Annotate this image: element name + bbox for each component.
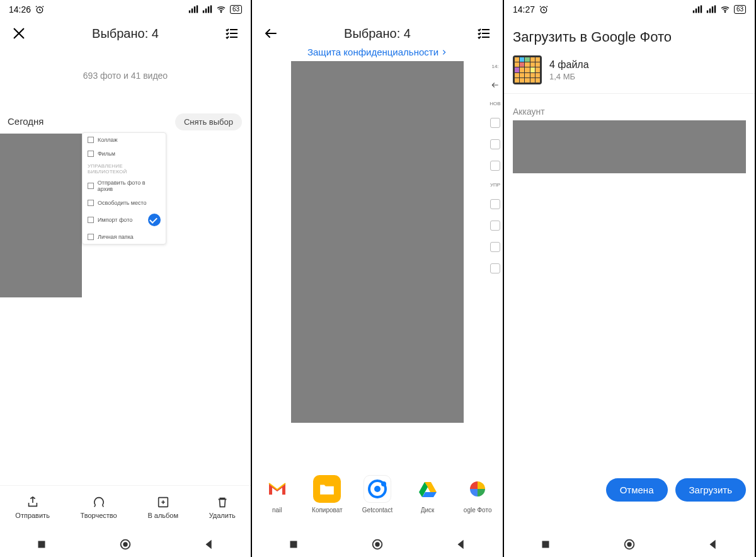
drawer-item-icon[interactable] [490,118,500,128]
svg-point-7 [374,486,381,492]
recent-apps-button[interactable] [287,537,301,551]
home-button[interactable] [370,537,384,551]
upload-info: 4 файла 1,4 МБ [549,59,589,81]
menu-archive[interactable]: Отправить фото в архив [83,176,166,196]
signal-icon-2 [202,4,212,14]
checklist-icon [224,26,239,41]
photo-preview[interactable] [291,61,464,423]
svg-point-13 [724,11,725,12]
menu-movie[interactable]: Фильм [83,147,166,161]
share-getcontact[interactable]: Getcontact [357,475,398,514]
menu-locked[interactable]: Личная папка [83,230,166,244]
share-targets: nail Копироват Getcontact Диск ogle Фото [252,471,503,532]
privacy-link[interactable]: Защита конфиденциальности [252,47,503,57]
status-time: 14:27 [513,4,535,14]
status-bar: 14:26 63 [0,0,251,19]
svg-point-11 [375,542,379,546]
checklist-icon [476,26,491,41]
header-title: Выбрано: 4 [282,26,472,41]
alarm-icon [539,4,549,14]
menu-import[interactable]: Импорт фото [83,210,166,230]
lock-icon [88,234,94,240]
menu-label: Личная папка [98,234,134,240]
phone-screen-2: Выбрано: 4 Защита конфиденциальности 14:… [252,0,504,557]
account-label: Аккаунт [504,94,755,120]
share-label: Копироват [312,507,343,514]
drawer-item-icon[interactable] [490,242,500,252]
close-button[interactable] [8,22,30,45]
phone-screen-3: 14:27 63 Загрузить в Google Фото 4 файла… [504,0,756,557]
home-button[interactable] [118,537,132,551]
action-label: Творчество [81,512,117,519]
cancel-button[interactable]: Отмена [606,478,668,502]
recent-apps-button[interactable] [35,537,49,551]
drawer-item-icon[interactable] [490,139,500,149]
menu-section: Управление библиотекой [83,161,166,176]
delete-button[interactable]: Удалить [209,495,236,519]
share-label: nail [272,507,282,514]
signal-icon-2 [706,4,716,14]
phone-screen-1: 14:26 63 Выбрано: 4 693 фото и 41 видео … [0,0,252,557]
bottom-action-bar: Отправить Творчество В альбом Удалить [0,485,251,532]
back-button[interactable] [202,537,216,551]
recent-apps-button[interactable] [539,537,553,551]
create-button[interactable]: Творчество [81,495,117,519]
upload-header: Загрузить в Google Фото [504,19,755,52]
share-gmail[interactable]: nail [256,475,298,514]
select-all-button[interactable] [472,22,495,45]
signal-icon [692,4,702,14]
account-selector[interactable] [513,120,746,173]
overflow-menu: Коллаж Фильм Управление библиотекой Отпр… [82,132,166,244]
album-button[interactable]: В альбом [147,495,178,519]
share-label: Getcontact [362,507,392,514]
drawer-label-manage: УПР [490,182,500,188]
svg-rect-9 [290,541,297,548]
photo-thumbnail[interactable] [0,134,82,297]
nav-bar [252,532,503,557]
menu-freeup[interactable]: Освободить место [83,196,166,210]
home-button[interactable] [622,537,636,551]
freeup-icon [88,200,94,206]
share-icon [26,495,40,509]
section-today: Сегодня [8,116,44,127]
menu-collage[interactable]: Коллаж [83,133,166,147]
close-icon [12,26,26,40]
send-button[interactable]: Отправить [15,495,50,519]
files-thumbnail [513,55,542,84]
deselect-button[interactable]: Снять выбор [175,113,242,130]
upload-body: Аккаунт Отмена Загрузить [504,94,755,532]
menu-label: Освободить место [98,200,146,206]
gallery-body: Сегодня Снять выбор Коллаж Фильм Управле… [0,81,251,485]
back-button[interactable] [706,537,720,551]
back-button[interactable] [454,537,468,551]
folder-icon [313,475,341,503]
svg-rect-14 [542,541,549,548]
upload-button[interactable]: Загрузить [675,478,747,502]
menu-label: Отправить фото в архив [98,180,161,192]
share-body: 14: НОВ УПР nail Копироват Getcontact Ди… [252,61,503,532]
drawer-item-icon[interactable] [490,263,500,273]
menu-label: Импорт фото [98,217,132,223]
share-drive[interactable]: Диск [407,475,449,514]
drawer-item-icon[interactable] [490,161,500,171]
menu-label: Фильм [98,151,115,157]
drawer-label-new: НОВ [490,101,500,106]
status-time: 14:26 [9,4,31,14]
share-label: ogle Фото [464,507,492,514]
share-copy[interactable]: Копироват [306,475,348,514]
signal-icon [188,4,198,14]
file-count: 4 файла [549,59,589,71]
drawer-strip: 14: НОВ УПР [488,61,503,273]
battery-badge: 63 [230,5,242,14]
svg-rect-3 [38,541,45,548]
action-label: Удалить [209,512,236,519]
header: Выбрано: 4 [252,19,503,48]
select-all-button[interactable] [220,22,243,45]
check-icon [148,214,161,226]
share-google-photos[interactable]: ogle Фото [457,475,498,514]
drawer-item-icon[interactable] [490,199,500,209]
action-label: Отправить [15,512,50,519]
drawer-item-icon[interactable] [490,221,500,231]
back-arrow-icon[interactable] [491,81,500,89]
back-button[interactable] [260,22,282,45]
